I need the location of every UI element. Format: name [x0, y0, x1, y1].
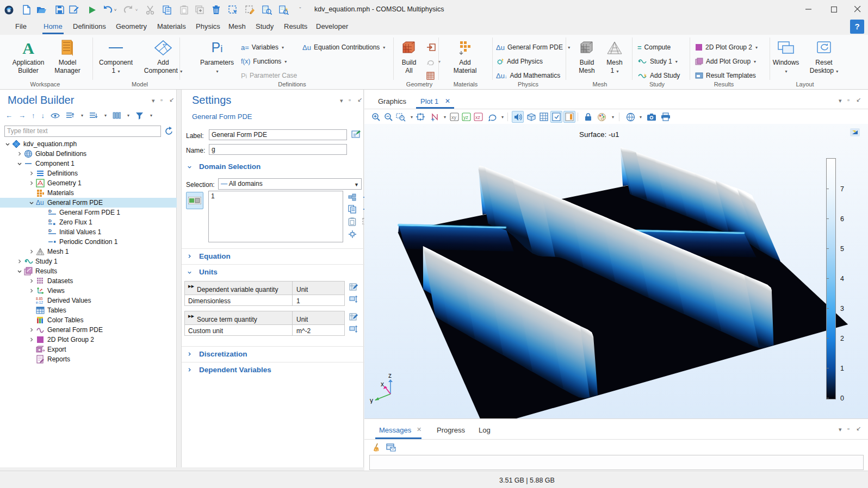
svg-text:Δu: Δu: [36, 199, 44, 207]
svg-text:8.85: 8.85: [36, 297, 43, 301]
svg-text:D: D: [48, 218, 52, 223]
svg-text:D: D: [48, 228, 52, 233]
svg-text:e-12: e-12: [36, 301, 43, 304]
svg-text:z: z: [388, 372, 392, 379]
svg-text:xz: xz: [475, 115, 481, 120]
svg-text:D: D: [48, 209, 52, 214]
svg-text:y: y: [370, 397, 373, 404]
svg-text:yz: yz: [463, 115, 469, 120]
svg-text:xy: xy: [451, 115, 457, 120]
svg-text:x: x: [381, 380, 384, 388]
